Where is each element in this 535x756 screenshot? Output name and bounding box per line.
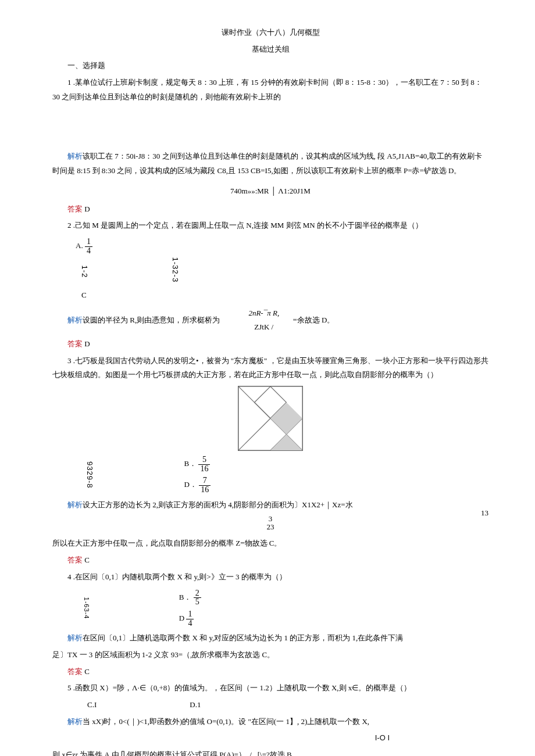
analysis-label: 解析 bbox=[67, 500, 83, 509]
answer-label: 答案 bbox=[67, 556, 83, 564]
q2-answer: 答案 D bbox=[52, 337, 488, 352]
q4-analysis-2: 足〕TX 一 3 的区域面积为 1-2 义京 93=（,故所求概率为玄故选 C。 bbox=[52, 648, 488, 662]
page-title: 课时作业（六十八）几何概型 bbox=[52, 26, 488, 40]
q4-opt-b: B． 25 bbox=[179, 589, 201, 607]
page: 课时作业（六十八）几何概型 基础过关组 一、选择题 1 .某单位试行上班刷卡制度… bbox=[0, 0, 535, 756]
q4-options: 1-63-4 B． 25 D 14 bbox=[76, 589, 488, 628]
analysis-label: 解析 bbox=[67, 315, 83, 324]
q5-frac-top: I-O I bbox=[52, 731, 488, 746]
q5-opt-c: C.I bbox=[87, 698, 97, 712]
q4-answer: 答案 C bbox=[52, 665, 488, 679]
q1-strip: 740m»»:MR │ Λ1:20J1M bbox=[230, 184, 311, 199]
q5-analysis-text: 当 xX)时，0<(｜)<1,即函数外)的值域 O=(0,1)。设 "在区间(一… bbox=[83, 717, 369, 726]
q2-analysis-tail: =余故选 D。 bbox=[293, 315, 334, 324]
q3-analysis-text: 设大正方形的边长为 2,则该正方形的面积为 4,阴影部分的面积为〕X1X2+｜X… bbox=[83, 500, 353, 509]
q2-rot-right: 1-32-3 bbox=[167, 257, 182, 283]
q3-rot-left: 9329-8 bbox=[82, 461, 97, 488]
q2-answer-val: D bbox=[83, 339, 90, 348]
question-2: 2 .己知 M 是圆周上的一个定点，若在圆周上任取一点 N,连接 MM 则弦 M… bbox=[52, 218, 488, 233]
q1-number-line: 740m»»:MR │ Λ1:20J1M bbox=[52, 184, 488, 199]
q4-analysis: 解析在区间〔0,1〕上随机选取两个数 X 和 y,对应的区域为边长为 1 的正方… bbox=[52, 631, 488, 646]
q4-opt-d: D 14 bbox=[179, 610, 194, 628]
q3-opt-d: D． 716 bbox=[184, 476, 211, 494]
q2-opt-a: A. 14 bbox=[76, 238, 92, 255]
question-4: 4 .在区间〔0,1〕内随机取两个数 X 和 y,则>》立一 3 的概率为（） bbox=[52, 570, 488, 585]
q1-answer-val: D bbox=[83, 205, 90, 213]
q2-rot-left: 1-2 bbox=[77, 266, 91, 278]
q1-answer: 答案 D bbox=[52, 202, 488, 217]
q4-rot-left: 1-63-4 bbox=[80, 597, 92, 619]
q4-analysis-text: 在区间〔0,1〕上随机选取两个数 X 和 y,对应的区域为边长为 1 的正方形，… bbox=[83, 633, 403, 642]
q2-analysis: 解析设圆的半径为 R,则由憑意知，所求梃桥为 2nR-¯π R, ZJtK / … bbox=[52, 306, 488, 335]
q5-analysis: 解析当 xX)时，0<(｜)<1,即函数外)的值域 O=(0,1)。设 "在区间… bbox=[52, 715, 488, 729]
section-heading: 一、选择题 bbox=[52, 59, 488, 73]
question-3: 3 .七巧板是我国古代劳动人民的发明之•，被誉为 "东方魔板" ，它是由五块等腰… bbox=[52, 354, 488, 382]
q3-stack: 323 bbox=[52, 515, 488, 535]
question-5: 5 .函数贝 X）=陟，Λ·∈（0,+8）的值域为。，在区间（一 1.2）上随机… bbox=[52, 681, 488, 696]
q5-opt-d: D.1 bbox=[190, 698, 201, 712]
q2-options: A. 14 1-2 C 1-32-3 bbox=[76, 238, 488, 303]
answer-label: 答案 bbox=[67, 339, 83, 348]
q5-analysis-2: 则 x∈zr 为事件 A,由几何概型的概率计算公式可得 P(A)=）_/ _[\… bbox=[52, 748, 488, 756]
q3-answer: 答案 C bbox=[52, 553, 488, 568]
q1-analysis-text: 该职工在 7：50i-J8：30 之间到达单位且到达单住的时刻是随机的，设其构成… bbox=[52, 152, 482, 175]
analysis-label: 解析 bbox=[67, 633, 83, 642]
q3-options: 9329-8 B． 516 D． 716 bbox=[76, 456, 488, 495]
q2-opt-c: C bbox=[81, 288, 87, 303]
analysis-label: 解析 bbox=[67, 152, 83, 160]
q3-analysis-2: 所以在大正方形中任取一点，此点取自阴影部分的概率 Z=物故选 C。 bbox=[52, 536, 488, 551]
svg-marker-7 bbox=[270, 403, 302, 435]
svg-marker-8 bbox=[270, 435, 302, 451]
answer-label: 答案 bbox=[67, 205, 83, 213]
page-subtitle: 基础过关组 bbox=[52, 42, 488, 57]
q3-analysis: 解析设大正方形的边长为 2,则该正方形的面积为 4,阴影部分的面积为〕X1X2+… bbox=[52, 498, 488, 513]
q3-answer-val: C bbox=[83, 556, 90, 564]
q5-options: C.I D.1 bbox=[87, 698, 488, 712]
question-1: 1 .某单位试行上班刷卡制度，规定每天 8：30 上班，有 15 分钟的有效刷卡… bbox=[52, 76, 488, 104]
q3-opt-b: B． 516 bbox=[184, 456, 210, 473]
svg-line-2 bbox=[238, 418, 270, 450]
q4-answer-val: C bbox=[83, 667, 90, 676]
q2-analysis-pre: 设圆的半径为 R,则由憑意知，所求梃桥为 bbox=[83, 315, 220, 324]
analysis-label: 解析 bbox=[67, 717, 83, 726]
tangram-figure bbox=[238, 386, 303, 451]
q1-analysis: 解析该职工在 7：50i-J8：30 之间到达单位且到达单住的时刻是随机的，设其… bbox=[52, 149, 488, 178]
answer-label: 答案 bbox=[67, 667, 83, 676]
